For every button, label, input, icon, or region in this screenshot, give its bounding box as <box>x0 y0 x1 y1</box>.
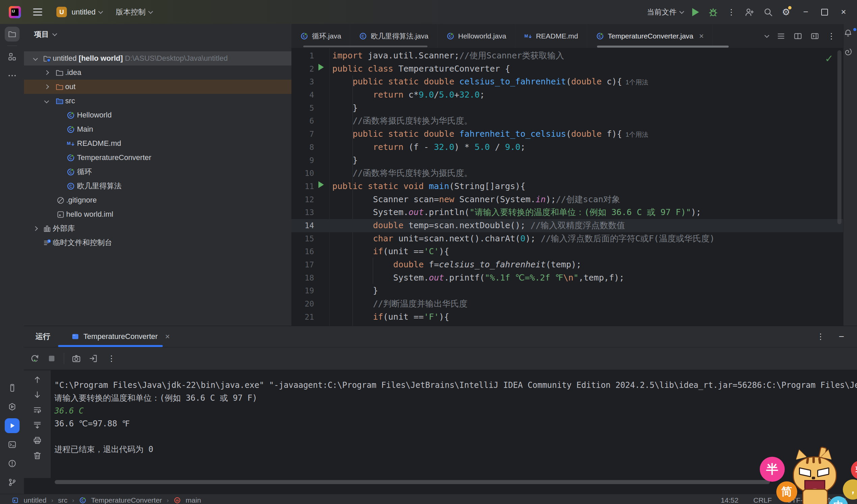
tree-item-src[interactable]: src <box>24 94 291 108</box>
run-tab-close-icon[interactable]: × <box>165 332 170 341</box>
code-line-16[interactable]: 16 if(unit =='C'){ <box>291 245 843 258</box>
tree-chevron-icon[interactable] <box>44 70 49 75</box>
clear-console-button[interactable] <box>33 451 42 460</box>
soft-wrap-button[interactable] <box>33 405 42 415</box>
code-line-19[interactable]: 19 } <box>291 284 843 298</box>
hide-run-panel-button[interactable]: − <box>835 331 848 342</box>
status-item[interactable]: 14:52 <box>721 496 738 504</box>
tree-item-README.md[interactable]: MREADME.md <box>24 136 291 151</box>
settings-gear-icon[interactable]: ⚙ <box>782 7 790 18</box>
code-with-me-icon[interactable] <box>744 7 754 17</box>
editor-tab-循环.java[interactable]: C循环.java <box>291 24 350 48</box>
debug-button[interactable] <box>708 7 719 18</box>
editor-tab-TemperatureConverter.java[interactable]: CTemperatureConverter.java× <box>587 24 713 48</box>
swirl-tool-icon[interactable] <box>843 47 853 56</box>
code-line-20[interactable]: 20 //判断温度并输出华氏度 <box>291 298 843 310</box>
code-line-6[interactable]: 6 //函数将摄氏度转换为华氏度。 <box>291 115 843 128</box>
tree-item-Helloworld[interactable]: CHelloworld <box>24 108 291 122</box>
search-everywhere-icon[interactable] <box>763 7 773 17</box>
code-line-10[interactable]: 10 //函数将华氏度转换为摄氏度。 <box>291 167 843 180</box>
code-line-8[interactable]: 8 return (f - 32.0) * 5.0 / 9.0; <box>291 141 843 154</box>
tree-item-untitled[interactable]: untitled [hello world] D:\ASUS\Desktop\J… <box>24 51 291 66</box>
prev-occurrence-button[interactable] <box>33 375 42 384</box>
code-line-9[interactable]: 9 } <box>291 154 843 167</box>
editor-options-menu[interactable]: ⋮ <box>827 31 835 41</box>
editor-tab-欧几里得算法.java[interactable]: C欧几里得算法.java <box>350 24 437 48</box>
vcs-menu[interactable]: 版本控制 <box>116 7 152 17</box>
tree-chevron-icon[interactable] <box>44 84 49 89</box>
tool-git-button[interactable] <box>5 475 20 490</box>
breadcrumb-item[interactable]: untitled <box>24 496 47 504</box>
tree-item-.gitignore[interactable]: .gitignore <box>24 193 291 207</box>
tree-item-欧几里得算法[interactable]: C欧几里得算法 <box>24 179 291 193</box>
tab-list-chevron-icon[interactable] <box>764 33 769 37</box>
stop-button[interactable] <box>47 354 56 363</box>
code-line-18[interactable]: 18 System.out.printf("%.1f ℃=%.2f ℉\n",t… <box>291 271 843 285</box>
breadcrumb-item[interactable]: main <box>186 496 201 504</box>
rerun-button[interactable] <box>30 354 39 363</box>
run-button[interactable] <box>692 8 699 16</box>
console-hscrollbar[interactable] <box>55 480 770 484</box>
project-panel-header[interactable]: 项目 <box>24 24 291 45</box>
hide-editor-icon[interactable] <box>810 32 819 40</box>
code-line-5[interactable]: 5 } <box>291 102 843 115</box>
tool-services-button[interactable] <box>5 399 20 414</box>
tree-item-TemperatureConverter[interactable]: CTemperatureConverter <box>24 151 291 165</box>
editor-tab-Helloworld.java[interactable]: CHelloworld.java <box>438 24 515 48</box>
minimize-button[interactable]: − <box>799 7 812 17</box>
code-line-7[interactable]: 7 public static double fahrenheit_to_cel… <box>291 128 843 141</box>
inspection-ok-icon[interactable]: ✓ <box>825 52 833 66</box>
code-line-15[interactable]: 15 char unit=scan.next().charAt(0); //输入… <box>291 232 843 246</box>
tree-item-hello world.iml[interactable]: hello world.iml <box>24 207 291 221</box>
next-occurrence-button[interactable] <box>33 390 42 399</box>
tab-close-icon[interactable]: × <box>699 31 704 41</box>
code-line-11[interactable]: 11public static void main(String[]args){ <box>291 180 843 193</box>
breadcrumb-item[interactable]: TemperatureConverter <box>91 496 162 504</box>
breadcrumb-item[interactable]: src <box>58 496 68 504</box>
code-line-21[interactable]: 21 if(unit =='F'){ <box>291 310 843 324</box>
code-line-4[interactable]: 4 return c*9.0/5.0+32.0; <box>291 88 843 102</box>
tree-chevron-icon[interactable] <box>44 99 49 103</box>
code-line-1[interactable]: 1import java.util.Scanner;//使用Scanner类获取… <box>291 49 843 63</box>
tree-chevron-icon[interactable] <box>33 56 38 61</box>
run-gutter-icon[interactable] <box>318 64 324 70</box>
code-line-14[interactable]: 14 double temp=scan.nextDouble(); //输入双精… <box>291 219 843 232</box>
tree-item-外部库[interactable]: 外部库 <box>24 221 291 236</box>
project-avatar[interactable]: U <box>56 7 67 17</box>
tab-align-icon[interactable] <box>777 32 786 40</box>
tree-item-临时文件和控制台[interactable]: 临时文件和控制台 <box>24 236 291 250</box>
main-menu-icon[interactable] <box>33 9 42 16</box>
run-gutter-icon[interactable] <box>318 181 324 188</box>
tree-item-循环[interactable]: C循环 <box>24 165 291 179</box>
split-editor-icon[interactable] <box>793 32 802 40</box>
tree-chevron-icon[interactable] <box>33 226 38 231</box>
tool-problems-button[interactable] <box>5 456 20 471</box>
code-line-2[interactable]: 2public class TemperatureConverter { <box>291 63 843 75</box>
maximize-button[interactable] <box>821 9 828 16</box>
run-config-selector[interactable]: 当前文件 <box>647 7 684 17</box>
code-editor[interactable]: 1import java.util.Scanner;//使用Scanner类获取… <box>291 48 843 327</box>
code-line-17[interactable]: 17 double f=celsius_to_fahrenheit(temp); <box>291 258 843 271</box>
more-tools-button[interactable] <box>5 68 20 83</box>
ime-halfwidth-badge[interactable]: 半 <box>760 457 785 482</box>
tool-project-button[interactable] <box>5 27 20 41</box>
run-tab[interactable]: TemperatureConverter × <box>71 332 170 341</box>
editor-tab-README.md[interactable]: MREADME.md <box>515 24 587 48</box>
console-output[interactable]: "C:\Program Files\Java\jdk-22\bin\java.e… <box>51 370 857 478</box>
code-line-3[interactable]: 3 public static double celsius_to_fahren… <box>291 75 843 88</box>
run-options-menu[interactable]: ⋮ <box>817 332 825 341</box>
tab-scrollbar-thumb[interactable] <box>303 46 427 47</box>
tool-device-button[interactable] <box>5 381 20 395</box>
code-line-13[interactable]: 13 System.out.println("请输入要转换的温度和单位：(例如 … <box>291 206 843 219</box>
status-item[interactable]: CRLF <box>753 496 772 504</box>
notifications-button[interactable] <box>843 24 857 43</box>
tool-structure-button[interactable] <box>5 49 20 64</box>
more-actions-menu[interactable]: ⋮ <box>727 7 736 17</box>
project-name-menu[interactable]: untitled <box>71 8 102 17</box>
tool-terminal-button[interactable] <box>5 437 20 452</box>
scroll-to-end-button[interactable] <box>33 421 42 430</box>
editor-scrollbar[interactable] <box>837 50 841 224</box>
code-line-12[interactable]: 12 Scanner scan=new Scanner(System.in);/… <box>291 193 843 206</box>
print-button[interactable] <box>33 436 42 445</box>
export-button[interactable] <box>88 354 98 363</box>
